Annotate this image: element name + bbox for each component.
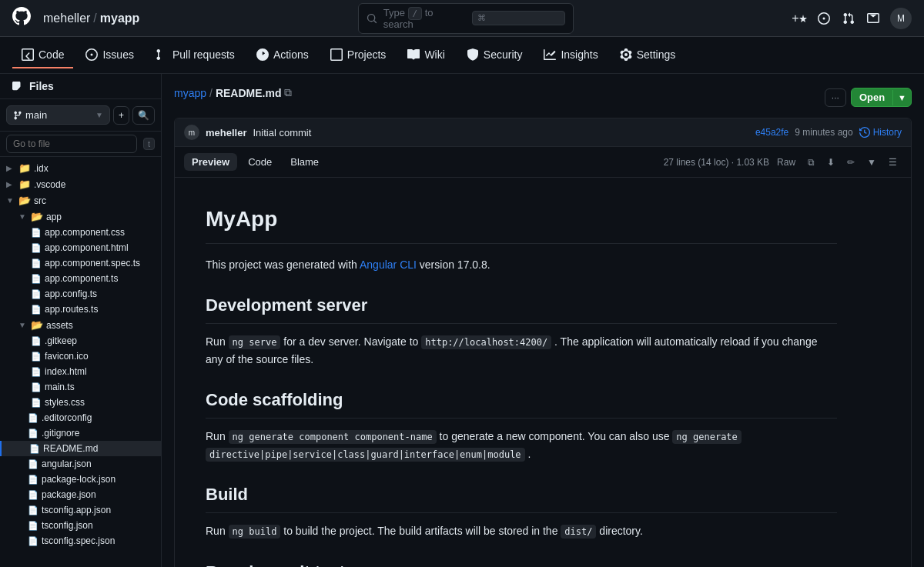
issues-nav-icon — [85, 48, 98, 61]
angular-cli-link[interactable]: Angular CLI — [360, 258, 417, 271]
committer-name[interactable]: meheller — [206, 127, 246, 138]
download-button[interactable]: ⬇ — [822, 154, 839, 171]
more-file-options-button[interactable]: ▼ — [862, 154, 881, 171]
search-files-button[interactable]: 🔍 — [132, 106, 155, 125]
history-label: History — [873, 127, 902, 138]
markdown-body: MyApp This project was generated with An… — [175, 178, 868, 567]
branch-selector[interactable]: main ▼ — [6, 105, 110, 125]
security-nav-icon — [467, 48, 479, 61]
tree-item-angular-json[interactable]: 📄 angular.json — [0, 456, 161, 472]
go-to-file-input[interactable] — [6, 135, 137, 153]
tree-item-app-component-spec[interactable]: 📄 app.component.spec.ts — [0, 255, 161, 271]
copy-path-icon[interactable]: ⧉ — [284, 86, 292, 99]
view-tab-preview[interactable]: Preview — [184, 153, 237, 171]
user-avatar[interactable]: M — [890, 8, 912, 29]
edit-button[interactable]: ✏ — [842, 154, 859, 171]
tab-actions-label: Actions — [273, 48, 309, 61]
sidebar: Files main ▼ + 🔍 t ▶ 📁 .idx ▶ — [0, 74, 162, 567]
file-icon: 📄 — [28, 429, 38, 439]
sidebar-header: Files — [0, 74, 161, 99]
file-stats: 27 lines (14 loc) · 1.03 KB — [664, 157, 769, 168]
add-file-button[interactable]: + — [113, 106, 129, 125]
tree-item-index-html[interactable]: 📄 index.html — [0, 364, 161, 379]
branch-name: main — [25, 109, 92, 121]
tree-item-app-config-ts[interactable]: 📄 app.config.ts — [0, 286, 161, 302]
chevron-right-icon: ▶ — [6, 180, 15, 188]
breadcrumb-repo-link[interactable]: myapp — [174, 87, 206, 99]
tree-item-label: app.config.ts — [45, 289, 97, 299]
tree-item-src[interactable]: ▼ 📂 src — [0, 192, 161, 208]
code-dist: dist/ — [561, 525, 596, 539]
file-icon: 📄 — [31, 352, 42, 362]
raw-button[interactable]: Raw — [772, 154, 800, 171]
file-icon: 📄 — [31, 367, 42, 377]
reponame[interactable]: myapp — [100, 12, 140, 25]
tree-item-app-component-css[interactable]: 📄 app.component.css — [0, 225, 161, 240]
tree-item-package-json[interactable]: 📄 package.json — [0, 487, 161, 502]
open-button-chevron-icon[interactable]: ▼ — [892, 90, 911, 105]
file-icon: 📄 — [29, 444, 40, 454]
history-icon — [859, 127, 870, 138]
tree-item-editorconfig[interactable]: 📄 .editorconfig — [0, 410, 161, 425]
tab-issues[interactable]: Issues — [76, 42, 142, 68]
tree-item-styles-css[interactable]: 📄 styles.css — [0, 395, 161, 410]
tree-item-label: app — [46, 212, 62, 222]
tab-actions[interactable]: Actions — [247, 42, 318, 68]
tab-pullrequests[interactable]: Pull requests — [146, 42, 244, 68]
settings-nav-icon — [620, 48, 632, 61]
tree-item-app-routes-ts[interactable]: 📄 app.routes.ts — [0, 302, 161, 317]
new-button[interactable]: + — [792, 11, 807, 26]
branch-chevron-icon: ▼ — [95, 111, 103, 119]
header-actions: + M — [792, 8, 912, 29]
pull-request-icon[interactable] — [841, 11, 856, 26]
code-ng-serve: ng serve — [229, 335, 281, 349]
branch-bar: main ▼ + 🔍 — [0, 99, 161, 132]
code-ng-generate2: ng generate — [672, 430, 741, 444]
tab-insights[interactable]: Insights — [534, 42, 607, 68]
copy-raw-button[interactable]: ⧉ — [803, 154, 819, 171]
tab-wiki-label: Wiki — [424, 48, 444, 61]
search-command-kbd: ⌘ — [472, 11, 565, 25]
tree-item-app-component-html[interactable]: 📄 app.component.html — [0, 240, 161, 255]
file-icon: 📄 — [31, 305, 42, 315]
issues-icon[interactable] — [816, 11, 832, 26]
tab-projects[interactable]: Projects — [321, 42, 396, 68]
file-menu-button[interactable]: ☰ — [884, 154, 902, 171]
username[interactable]: meheller — [43, 12, 90, 25]
readme-intro: This project was generated with Angular … — [206, 256, 837, 273]
more-options-button[interactable]: ··· — [825, 88, 846, 107]
tree-item-favicon[interactable]: 📄 favicon.ico — [0, 349, 161, 364]
tree-item-tsconfig-app[interactable]: 📄 tsconfig.app.json — [0, 502, 161, 518]
tree-item-app[interactable]: ▼ 📂 app — [0, 208, 161, 225]
tree-item-idx[interactable]: ▶ 📁 .idx — [0, 160, 161, 176]
tree-item-package-lock[interactable]: 📄 package-lock.json — [0, 472, 161, 487]
committer-avatar: m — [184, 125, 199, 140]
tab-security[interactable]: Security — [457, 42, 532, 68]
tree-item-gitignore[interactable]: 📄 .gitignore — [0, 425, 161, 441]
tree-item-app-component-ts[interactable]: 📄 app.component.ts — [0, 271, 161, 286]
tree-item-label: styles.css — [45, 397, 85, 408]
main-content: myapp / README.md ⧉ ··· Open ▼ m — [162, 74, 924, 567]
tree-item-label: tsconfig.spec.json — [42, 535, 115, 546]
inbox-icon[interactable] — [865, 11, 881, 26]
tree-item-readme[interactable]: 📄 README.md — [0, 441, 161, 456]
tree-item-label: package-lock.json — [42, 474, 116, 485]
history-button[interactable]: History — [859, 127, 902, 138]
open-button[interactable]: Open ▼ — [851, 88, 912, 107]
view-tab-blame[interactable]: Blame — [283, 153, 326, 171]
tab-wiki[interactable]: Wiki — [398, 42, 454, 68]
tree-item-gitkeep[interactable]: 📄 .gitkeep — [0, 333, 161, 349]
tree-item-main-ts[interactable]: 📄 main.ts — [0, 379, 161, 395]
tab-settings[interactable]: Settings — [611, 42, 685, 68]
code-localhost: http://localhost:4200/ — [421, 335, 551, 349]
tree-item-label: .vscode — [34, 179, 65, 190]
view-tab-code[interactable]: Code — [240, 153, 280, 171]
search-box[interactable]: Type / to search ⌘ — [358, 3, 574, 34]
tree-item-assets[interactable]: ▼ 📂 assets — [0, 317, 161, 333]
github-logo[interactable] — [12, 7, 31, 29]
commit-hash[interactable]: e45a2fe — [755, 127, 788, 138]
tree-item-vscode[interactable]: ▶ 📁 .vscode — [0, 176, 161, 192]
tree-item-tsconfig-spec[interactable]: 📄 tsconfig.spec.json — [0, 533, 161, 549]
tree-item-tsconfig[interactable]: 📄 tsconfig.json — [0, 518, 161, 533]
tab-code[interactable]: Code — [12, 42, 73, 68]
